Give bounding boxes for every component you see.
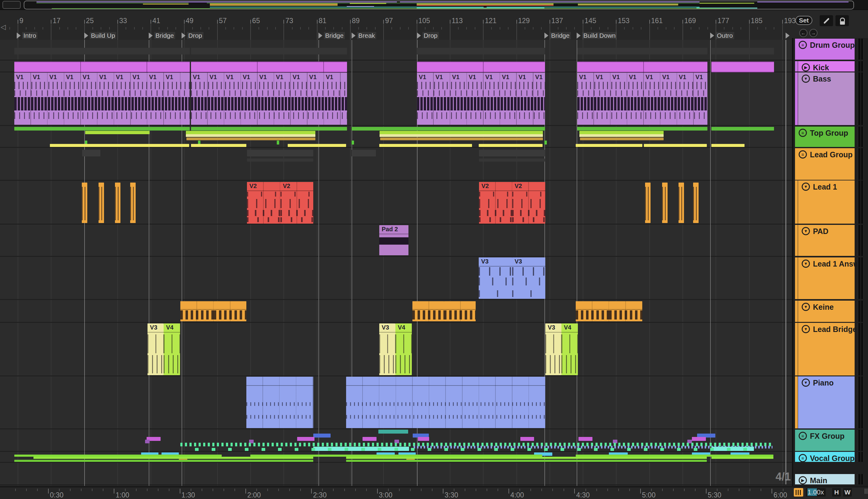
clip-bar[interactable] [379, 430, 408, 434]
fx-mini-clip[interactable] [461, 448, 464, 451]
clip-midiclip[interactable] [181, 301, 214, 321]
clip-bar[interactable] [191, 127, 347, 131]
overview-scroll-handle-icon[interactable]: ◁ [1, 23, 6, 31]
group-icon[interactable]: ≡ [799, 150, 807, 159]
clip-midiclip[interactable] [130, 183, 136, 223]
fx-mini-clip[interactable] [627, 448, 631, 451]
group-icon[interactable]: ≡ [799, 129, 807, 137]
fx-mini-clip[interactable] [361, 448, 365, 451]
locator-flag[interactable] [785, 32, 790, 39]
clip-Pad 2[interactable]: Pad 2 [379, 225, 408, 255]
clip-midiclip[interactable] [82, 183, 87, 223]
track-header-lead-group[interactable]: ≡Lead Group [795, 148, 855, 180]
track-width-button[interactable]: W [843, 488, 852, 497]
group-icon[interactable]: ≡ [799, 454, 807, 462]
fx-mini-clip[interactable] [544, 448, 548, 451]
clip-bar[interactable] [351, 127, 545, 131]
resize-grip[interactable] [867, 489, 867, 494]
bar-ruler[interactable]: 9172533414957657381899710511312112913714… [0, 10, 868, 40]
clip-midiclip[interactable] [693, 183, 698, 223]
clip-midiclip[interactable] [115, 183, 121, 223]
fx-mini-clip[interactable] [195, 448, 199, 451]
locator-flag[interactable]: Bridge [149, 32, 175, 39]
clip-V3[interactable]: V3 [379, 324, 395, 375]
fx-mini-clip[interactable] [245, 448, 248, 451]
fx-mini-clip[interactable] [694, 448, 697, 451]
fx-mini-clip[interactable] [610, 448, 614, 451]
fx-mini-clip[interactable] [560, 448, 564, 451]
time-ruler[interactable]: 0:301:001:302:002:303:003:304:004:305:00… [0, 486, 868, 499]
track-header-main[interactable]: ▶Main [795, 474, 855, 484]
clip-bar[interactable] [577, 127, 707, 131]
clip-ghost[interactable] [247, 150, 313, 156]
track-header-top-group[interactable]: ≡Top Group [795, 126, 855, 147]
fx-mini-clip[interactable] [311, 448, 315, 451]
play-icon[interactable]: ▶ [802, 63, 810, 72]
clip-bar[interactable] [186, 131, 315, 134]
clip-bar[interactable] [351, 141, 354, 145]
fold-icon[interactable]: ▼ [802, 227, 810, 235]
clip-ghost[interactable] [247, 159, 313, 161]
track-header-lead-1[interactable]: ▼Lead 1 [798, 180, 855, 224]
fold-icon[interactable]: ▼ [802, 303, 810, 311]
fx-mini-clip[interactable] [262, 448, 265, 451]
clip-bar[interactable] [576, 144, 642, 147]
clip-midiclip[interactable] [662, 183, 668, 223]
fx-mini-clip[interactable] [395, 448, 398, 451]
track-header-piano[interactable]: ▼Piano [798, 376, 855, 428]
clip-bar[interactable] [580, 137, 664, 140]
play-icon[interactable]: ▶ [799, 476, 807, 484]
clip-bar[interactable] [14, 460, 313, 462]
locator-flag[interactable]: Build Up [84, 32, 116, 39]
clip-bar[interactable] [34, 457, 313, 459]
song-overview-strip[interactable] [0, 0, 868, 10]
clip-bar[interactable] [576, 454, 773, 457]
clip-solid[interactable] [577, 61, 707, 72]
fx-mini-clip[interactable] [511, 448, 514, 451]
fx-mini-clip[interactable] [644, 448, 647, 451]
fx-mini-clip[interactable] [345, 448, 348, 451]
clip-midiclip[interactable] [214, 301, 246, 321]
track-lane-lead-1-answ[interactable] [0, 257, 792, 300]
clip-V2[interactable]: V2 [479, 182, 512, 224]
fx-mini-clip[interactable] [594, 448, 598, 451]
clip-bar[interactable] [186, 137, 315, 140]
clip-bar[interactable] [520, 437, 534, 441]
clip-bar[interactable] [288, 144, 346, 147]
fold-icon[interactable]: ▼ [802, 183, 810, 191]
track-header-fx-group[interactable]: ≡FX Group [795, 430, 855, 451]
clip-bar[interactable] [544, 141, 547, 145]
draw-mode-button[interactable] [820, 15, 833, 26]
clip-midiclip[interactable] [576, 301, 609, 321]
fx-mini-clip[interactable] [494, 448, 498, 451]
clip-bar[interactable] [380, 137, 543, 140]
clip-bar[interactable] [346, 457, 707, 459]
clip-bar[interactable] [14, 127, 190, 131]
fold-icon[interactable]: ▼ [802, 75, 810, 83]
clip-V4[interactable]: V4 [395, 324, 412, 375]
fx-mini-clip[interactable] [378, 448, 381, 451]
clip-V2[interactable]: V2 [512, 182, 545, 224]
track-header-vocal-group[interactable]: ≡Vocal Group [795, 452, 855, 462]
clip-midiclip[interactable] [645, 183, 650, 223]
fx-mini-clip[interactable] [577, 448, 581, 451]
clip-midiclip[interactable] [444, 301, 476, 321]
next-locator-button[interactable]: → [809, 29, 818, 37]
clip-V2[interactable]: V2 [281, 182, 313, 224]
clip-V2[interactable]: V2 [247, 182, 281, 224]
fold-icon[interactable]: ▼ [802, 325, 810, 333]
fx-mini-clip[interactable] [444, 448, 448, 451]
clip-bar[interactable] [297, 437, 314, 441]
lock-envelopes-button[interactable] [835, 15, 849, 26]
clip-bar[interactable] [479, 144, 543, 147]
clip-ghost[interactable] [417, 48, 545, 54]
fx-mini-clip[interactable] [528, 448, 531, 451]
fx-mini-clip[interactable] [677, 448, 681, 451]
group-icon[interactable]: ≡ [799, 432, 807, 440]
clip-bar[interactable] [692, 437, 706, 441]
clip-V1[interactable]: V1V1V1V1V1V1V1V1 [417, 73, 545, 125]
fx-mini-clip[interactable] [278, 448, 282, 451]
clip-bar[interactable] [711, 447, 754, 451]
fx-mini-clip[interactable] [212, 448, 215, 451]
clip-bar[interactable] [14, 454, 222, 457]
